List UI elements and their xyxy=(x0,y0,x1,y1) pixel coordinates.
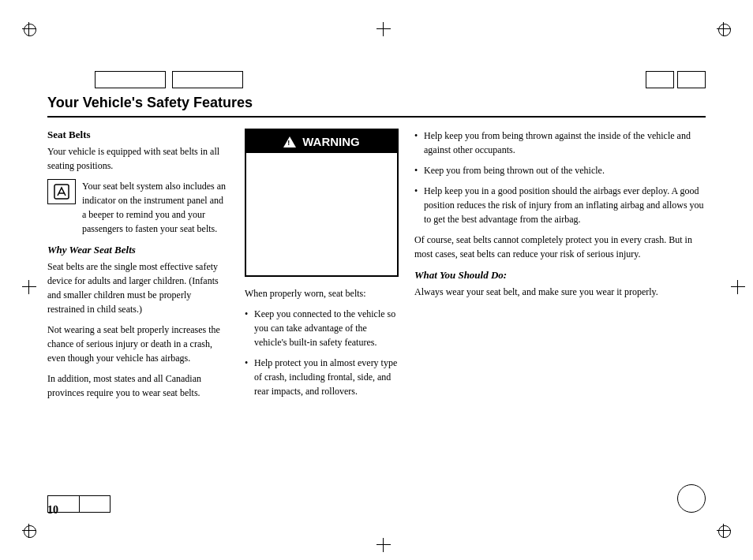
what-heading: What You Should Do: xyxy=(414,269,706,282)
top-tabs-left xyxy=(95,71,243,88)
middle-column: WARNING When properly worn, seat belts: … xyxy=(245,129,399,405)
top-tab-1 xyxy=(95,71,166,88)
bottom-tab-l2 xyxy=(79,495,111,513)
warning-label: WARNING xyxy=(302,135,360,148)
reg-mark-tr xyxy=(717,22,731,36)
warning-triangle-icon xyxy=(283,136,296,147)
seatbelt-icon xyxy=(47,179,76,204)
what-text: Always wear your seat belt, and make sur… xyxy=(414,285,706,299)
indicator-text: Your seat belt system also includes an i… xyxy=(82,179,229,236)
right-column: Help keep you from being thrown against … xyxy=(414,129,706,305)
page: Your Vehicle's Safety Features Seat Belt… xyxy=(0,0,753,560)
top-tab-sm-2 xyxy=(677,71,706,88)
columns: Seat Belts Your vehicle is equipped with… xyxy=(47,129,706,406)
seat-belts-heading: Seat Belts xyxy=(47,129,229,141)
right-bullet-2: Keep you from being thrown out of the ve… xyxy=(414,163,706,177)
conclusion-text: Of course, seat belts cannot completely … xyxy=(414,233,706,261)
page-title: Your Vehicle's Safety Features xyxy=(47,95,706,118)
intro-text: Your vehicle is equipped with seat belts… xyxy=(47,144,229,173)
left-column: Seat Belts Your vehicle is equipped with… xyxy=(47,129,229,406)
main-content: Your Vehicle's Safety Features Seat Belt… xyxy=(47,95,706,497)
page-number: 10 xyxy=(47,504,58,517)
why-text2: Not wearing a seat belt properly increas… xyxy=(47,323,229,365)
reg-mark-bl xyxy=(22,524,36,538)
middle-bullet-2: Help protect you in almost every type of… xyxy=(245,356,399,398)
why-text3: In addition, most states and all Canadia… xyxy=(47,371,229,400)
top-tabs-right xyxy=(646,71,706,88)
reg-mark-br xyxy=(717,524,731,538)
right-bullet-1: Help keep you from being thrown against … xyxy=(414,129,706,157)
warning-header: WARNING xyxy=(246,130,397,153)
middle-bullet-1: Keep you connected to the vehicle so you… xyxy=(245,307,399,349)
why-heading: Why Wear Seat Belts xyxy=(47,244,229,256)
worn-intro: When properly worn, seat belts: xyxy=(245,286,399,301)
warning-box: WARNING xyxy=(245,129,399,277)
reg-mark-tl xyxy=(22,22,36,36)
warning-body xyxy=(246,153,397,275)
right-bullet-list: Help keep you from being thrown against … xyxy=(414,129,706,226)
middle-bullet-list: Keep you connected to the vehicle so you… xyxy=(245,307,399,398)
top-tab-2 xyxy=(172,71,243,88)
top-tab-sm-1 xyxy=(646,71,674,88)
why-text1: Seat belts are the single most effective… xyxy=(47,259,229,316)
right-bullet-3: Help keep you in a good position should … xyxy=(414,184,706,226)
indicator-box: Your seat belt system also includes an i… xyxy=(47,179,229,236)
